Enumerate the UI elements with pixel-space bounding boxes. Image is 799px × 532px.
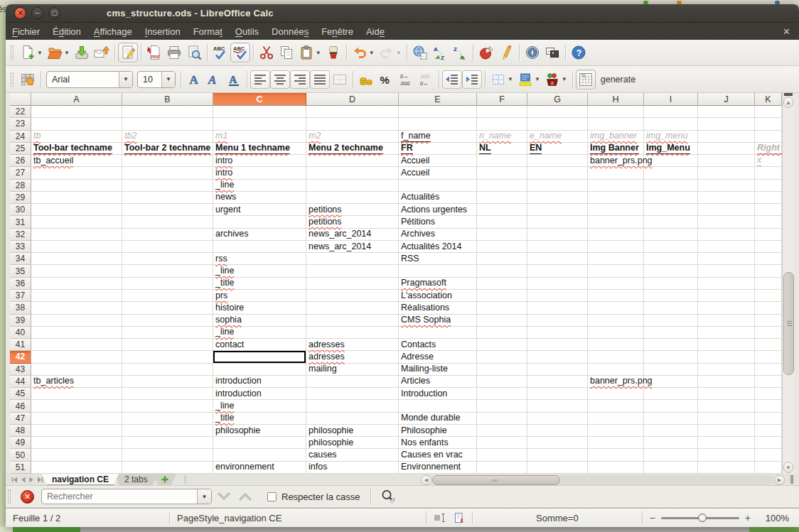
format-currency-button[interactable] <box>356 70 376 89</box>
cell-K47[interactable] <box>755 413 782 425</box>
zoom-in-icon[interactable]: + <box>745 512 751 523</box>
format-percent-button[interactable]: % <box>376 70 396 89</box>
cell-I35[interactable] <box>644 265 698 277</box>
cell-I37[interactable] <box>644 290 698 302</box>
cell-I43[interactable] <box>644 364 698 376</box>
row-header-42[interactable]: 42 <box>10 351 31 363</box>
scroll-right-icon[interactable]: ▶ <box>774 475 785 485</box>
cell-H34[interactable] <box>588 253 644 265</box>
underline-button[interactable]: A <box>224 70 244 89</box>
cell-D29[interactable] <box>306 192 399 204</box>
cell-J41[interactable] <box>698 339 755 351</box>
cell-C45[interactable]: introduction <box>213 388 306 400</box>
cell-E34[interactable]: RSS <box>399 253 477 265</box>
cell-A31[interactable] <box>31 216 122 228</box>
cell-G31[interactable] <box>527 216 588 228</box>
cell-E30[interactable]: Actions urgentes <box>399 204 477 216</box>
cell-F36[interactable] <box>477 278 527 290</box>
first-sheet-icon[interactable] <box>11 476 18 484</box>
show-draw-functions-button[interactable] <box>496 43 516 63</box>
cell-D45[interactable] <box>306 388 399 400</box>
cell-G35[interactable] <box>527 265 588 277</box>
cell-F41[interactable] <box>477 339 527 351</box>
row-header-41[interactable]: 41 <box>10 339 31 351</box>
cell-H35[interactable] <box>588 265 644 277</box>
menu-insertion[interactable]: Insertion <box>139 24 187 39</box>
cell-F29[interactable] <box>477 192 527 204</box>
menu-fenetre[interactable]: Fenêtre <box>315 24 360 39</box>
row-header-48[interactable]: 48 <box>10 425 31 437</box>
cell-H38[interactable] <box>588 302 644 314</box>
cell-H40[interactable] <box>588 327 644 339</box>
cell-H48[interactable] <box>588 425 644 437</box>
new-document-button[interactable]: ▼ <box>18 43 45 63</box>
cell-B29[interactable] <box>122 192 213 204</box>
sheet-tab-navigation-ce[interactable]: navigation CE <box>42 474 119 485</box>
row-header-39[interactable]: 39 <box>10 315 31 327</box>
cell-E43[interactable]: Mailing-liste <box>399 364 477 376</box>
horizontal-scrollbar-thumb[interactable] <box>432 475 560 485</box>
cell-C29[interactable]: news <box>213 192 306 204</box>
row-header-26[interactable]: 26 <box>10 155 31 167</box>
cell-E27[interactable]: Accueil <box>399 167 477 179</box>
cell-J24[interactable] <box>698 131 755 143</box>
cell-J42[interactable] <box>698 351 755 363</box>
cell-H23[interactable] <box>588 118 644 130</box>
cell-I31[interactable] <box>644 216 698 228</box>
cell-C50[interactable] <box>213 449 306 461</box>
cell-J38[interactable] <box>698 302 755 314</box>
cell-B33[interactable] <box>122 241 213 253</box>
cell-C24[interactable]: m1 <box>213 131 306 143</box>
cell-A51[interactable] <box>31 462 122 474</box>
cell-J29[interactable] <box>698 192 755 204</box>
cell-H46[interactable] <box>588 400 644 412</box>
match-case-checkbox[interactable] <box>267 492 277 501</box>
sort-ascending-button[interactable]: AZ <box>430 43 450 63</box>
vertical-scrollbar-thumb[interactable] <box>783 272 794 375</box>
cell-C46[interactable]: _line <box>213 400 306 412</box>
chevron-down-icon[interactable]: ▼ <box>161 72 175 87</box>
cell-E41[interactable]: Contacts <box>399 339 477 351</box>
cell-B43[interactable] <box>122 364 213 376</box>
cell-J51[interactable] <box>698 462 755 474</box>
cell-I51[interactable] <box>644 462 698 474</box>
cell-K39[interactable] <box>755 315 782 327</box>
cell-A40[interactable] <box>31 327 122 339</box>
navigator-button[interactable] <box>522 43 542 63</box>
cell-K28[interactable] <box>755 180 782 192</box>
cell-C28[interactable]: _line <box>213 180 306 192</box>
cell-I23[interactable] <box>644 118 698 130</box>
cell-C26[interactable]: intro <box>213 155 306 167</box>
cell-A32[interactable] <box>31 229 122 241</box>
next-sheet-icon[interactable] <box>28 476 36 484</box>
cell-G46[interactable] <box>527 400 588 412</box>
cell-D49[interactable]: philosophie <box>306 437 399 449</box>
cell-E40[interactable] <box>399 327 477 339</box>
cell-D23[interactable] <box>306 118 399 130</box>
dropdown-arrow-icon[interactable]: ▼ <box>64 50 70 56</box>
font-name-combo[interactable]: Arial▼ <box>46 71 133 88</box>
cell-A34[interactable] <box>31 253 122 265</box>
clone-formatting-button[interactable] <box>323 43 343 63</box>
cell-D50[interactable]: causes <box>306 449 399 461</box>
cell-K44[interactable] <box>755 376 782 388</box>
cell-D25[interactable]: Menu 2 techname <box>306 143 399 155</box>
cell-A45[interactable] <box>31 388 122 400</box>
row-header-23[interactable]: 23 <box>10 118 31 130</box>
row-header-31[interactable]: 31 <box>10 216 31 228</box>
export-pdf-button[interactable]: PDF <box>144 43 164 63</box>
cell-K23[interactable] <box>755 118 782 130</box>
cell-K24[interactable] <box>755 131 782 143</box>
cell-G34[interactable] <box>527 253 588 265</box>
column-header-B[interactable]: B <box>122 93 213 106</box>
page-style[interactable]: PageStyle_navigation CE <box>170 513 426 523</box>
cell-F51[interactable] <box>477 462 527 474</box>
cell-J45[interactable] <box>698 388 755 400</box>
cell-B44[interactable] <box>122 376 213 388</box>
cell-E45[interactable]: Introduction <box>399 388 477 400</box>
window-minimize-button[interactable]: ─ <box>31 7 43 19</box>
cell-H45[interactable] <box>588 388 644 400</box>
cell-F39[interactable] <box>477 315 527 327</box>
cell-D22[interactable] <box>306 106 399 118</box>
column-header-C[interactable]: C <box>213 93 306 106</box>
